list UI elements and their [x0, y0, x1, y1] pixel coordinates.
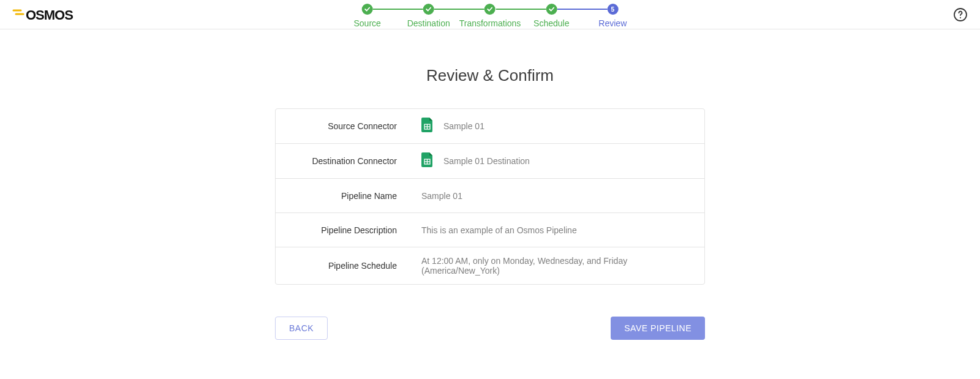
brand-mark-icon [12, 7, 24, 23]
step-label: Schedule [533, 18, 569, 28]
field-label: Pipeline Name [288, 191, 397, 201]
wizard-stepper: Source Destination Transformations Sched… [337, 4, 644, 28]
row-source-connector: Source Connector Sample 01 [276, 109, 704, 144]
field-value: At 12:00 AM, only on Monday, Wednesday, … [421, 256, 692, 276]
check-icon [546, 4, 557, 15]
step-label: Review [598, 18, 627, 28]
field-value: This is an example of an Osmos Pipeline [421, 225, 577, 235]
app-header: OSMOS Source Destination Transformations [0, 0, 980, 29]
field-value: Sample 01 [443, 121, 484, 131]
step-number: 5 [607, 4, 618, 15]
save-pipeline-button[interactable]: Save Pipeline [611, 317, 705, 340]
row-pipeline-description: Pipeline Description This is an example … [276, 213, 704, 247]
check-icon [484, 4, 496, 15]
field-label: Pipeline Schedule [288, 261, 397, 271]
google-sheets-icon [421, 118, 434, 135]
row-destination-connector: Destination Connector Sample 01 Destinat… [276, 144, 704, 179]
step-schedule[interactable]: Schedule [521, 4, 582, 28]
step-transformations[interactable]: Transformations [459, 4, 521, 28]
step-label: Destination [407, 18, 450, 28]
step-label: Source [354, 18, 381, 28]
check-icon [423, 4, 434, 15]
brand-text: OSMOS [26, 7, 73, 23]
google-sheets-icon [421, 152, 434, 170]
row-pipeline-name: Pipeline Name Sample 01 [276, 179, 704, 213]
field-value: Sample 01 [421, 191, 462, 201]
check-icon [362, 4, 373, 15]
step-review[interactable]: 5 Review [582, 4, 643, 28]
step-source[interactable]: Source [337, 4, 398, 28]
brand-logo: OSMOS [12, 7, 73, 23]
svg-point-1 [960, 17, 961, 18]
field-label: Destination Connector [288, 156, 397, 166]
main-content: Review & Confirm Source Connector Sample… [0, 29, 980, 340]
field-label: Source Connector [288, 121, 397, 131]
back-button[interactable]: Back [275, 317, 328, 340]
field-value: Sample 01 Destination [443, 156, 530, 166]
page-title: Review & Confirm [426, 66, 554, 85]
field-label: Pipeline Description [288, 225, 397, 235]
review-panel: Source Connector Sample 01 Destination C… [275, 108, 705, 285]
row-pipeline-schedule: Pipeline Schedule At 12:00 AM, only on M… [276, 247, 704, 284]
help-icon[interactable] [953, 7, 968, 24]
wizard-button-row: Back Save Pipeline [275, 317, 705, 340]
step-label: Transformations [459, 18, 521, 28]
step-destination[interactable]: Destination [398, 4, 459, 28]
